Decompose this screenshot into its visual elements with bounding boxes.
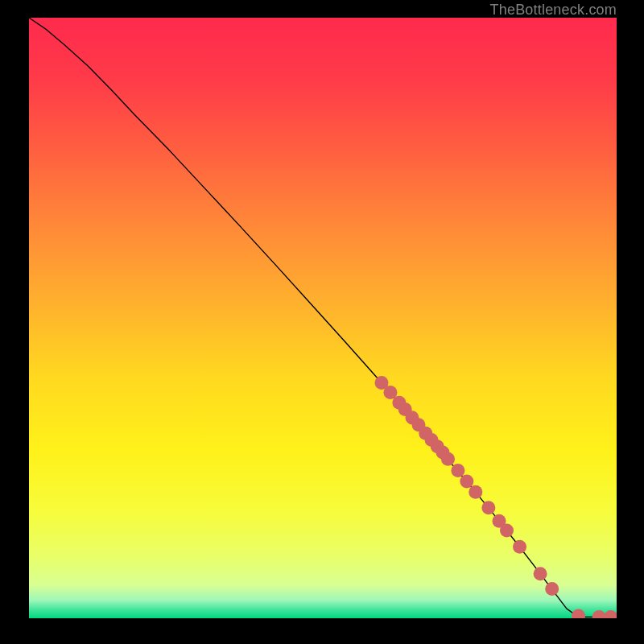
plot-svg bbox=[29, 18, 617, 618]
plot-area bbox=[29, 18, 617, 618]
data-point bbox=[441, 452, 455, 466]
chart-frame: TheBottleneck.com bbox=[0, 0, 644, 644]
data-point bbox=[500, 524, 514, 538]
data-point bbox=[460, 474, 473, 488]
data-point bbox=[534, 567, 547, 580]
data-point bbox=[513, 540, 526, 554]
data-point bbox=[481, 501, 495, 514]
data-point bbox=[469, 485, 482, 499]
data-point bbox=[545, 582, 559, 596]
data-point bbox=[451, 464, 464, 477]
watermark-text: TheBottleneck.com bbox=[490, 2, 617, 19]
